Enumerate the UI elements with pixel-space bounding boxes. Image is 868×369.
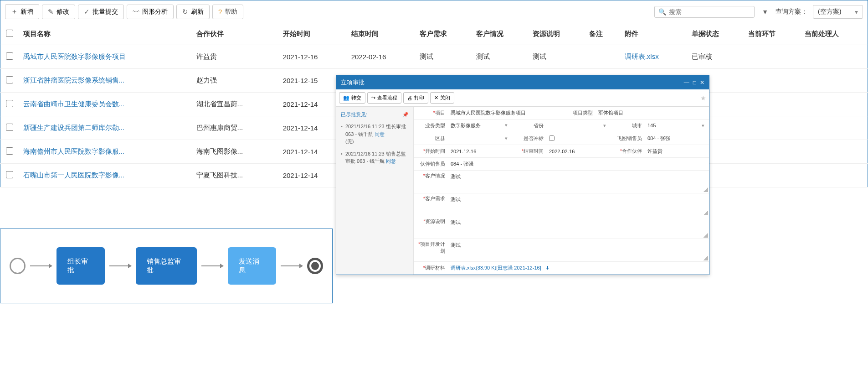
flow-node-message[interactable]: 发送消息 [228,247,276,285]
field-district[interactable] [448,134,512,143]
cell-handler [800,140,868,164]
minimize-icon[interactable]: — [684,79,689,86]
flow-start-node [10,258,26,274]
cell-partner: 湖北省宜昌蔚... [192,93,278,116]
x-icon: ✕ [434,95,438,101]
help-button[interactable]: ?帮助 [212,5,243,19]
cell-handler [800,116,868,140]
flow-arrow [281,265,303,266]
field-partner[interactable]: 许益贵 [645,146,709,156]
field-province[interactable] [546,121,611,130]
col-start: 开始时间 [278,23,347,45]
batch-submit-button[interactable]: ✓批量提交 [78,5,124,19]
field-city[interactable]: 145 [645,121,709,130]
attachment-link[interactable]: 调研表.xlsx(33.90 K)[田志强 2021-12-16] [451,265,541,270]
search-box[interactable]: 🔍 [654,6,755,18]
cell-name[interactable]: 浙江省肿瘤医院云影像系统销售... [19,69,192,93]
field-bid-checkbox[interactable] [546,134,611,144]
cell-partner: 宁夏飞图科技... [192,164,278,187]
pencil-icon: ✎ [48,8,54,16]
cell-name[interactable]: 新疆生产建设兵团第二师库尔勒... [19,116,192,140]
check-icon: ✓ [84,8,90,16]
pin-icon[interactable]: 📌 [402,112,409,118]
field-project-type[interactable]: 军体馆项目 [596,108,709,118]
scheme-select[interactable]: (空方案)▾ [813,5,863,19]
people-icon: 👥 [343,95,349,101]
transfer-button[interactable]: 👥转交 [339,92,365,104]
row-checkbox[interactable] [6,100,13,107]
chart-icon: 〰 [133,8,139,16]
field-customer-need[interactable]: 测试 [448,193,709,216]
row-checkbox[interactable] [6,124,13,131]
cell-step [744,93,800,116]
search-input[interactable] [669,8,750,16]
chart-analysis-button[interactable]: 〰图形分析 [127,5,174,19]
view-flow-button[interactable]: ↪查看流程 [367,92,401,104]
cell-res: 测试 [528,45,585,69]
edit-button[interactable]: ✎修改 [42,5,75,19]
field-business-type[interactable]: 数字影像服务 [448,120,512,131]
workflow-panel: 组长审批 销售总监审批 发送消息 [0,229,333,303]
row-checkbox[interactable] [6,52,13,60]
flow-node-director[interactable]: 销售总监审批 [136,247,197,285]
table-row[interactable]: 禹城市人民医院数字影像服务项目 许益贵 2021-12-16 2022-02-1… [0,45,868,69]
row-checkbox[interactable] [6,171,13,178]
cell-step [744,140,800,164]
dialog-title: 立项审批 [341,78,680,87]
download-icon[interactable]: ⬇ [545,265,550,270]
cell-name[interactable]: 禹城市人民医院数字影像服务项目 [19,45,192,69]
history-item: 2021/12/16 11:23 组长审批 063 - 钱千航 同意(无) [345,123,411,146]
field-end-date[interactable]: 2022-02-16 [546,147,611,156]
col-partner: 合作伙伴 [192,23,278,45]
cell-handler [800,164,868,187]
add-button[interactable]: ＋新增 [5,4,39,19]
approval-history-panel: 已尽批意见: 📌 2021/12/16 11:23 组长审批 063 - 钱千航… [336,107,414,275]
col-need: 客户需求 [415,23,472,45]
field-sales[interactable]: 084 - 张强 [645,133,709,144]
cell-name[interactable]: 云南省曲靖市卫生健康委员会数... [19,93,192,116]
flow-arrow [201,265,223,266]
flow-arrow [30,265,52,266]
refresh-icon: ↻ [182,8,188,16]
flow-arrow [109,265,131,266]
print-button[interactable]: 🖨打印 [403,92,428,104]
cell-handler [800,93,868,116]
cell-status: 已审核 [687,45,744,69]
field-attachment: 调研表.xlsx(33.90 K)[田志强 2021-12-16] ⬇ [448,263,709,273]
table-header-row: 项目名称 合作伙伴 开始时间 结束时间 客户需求 客户情况 资源说明 备注 附件… [0,23,868,45]
field-project[interactable]: 禹城市人民医院数字影像服务项目 [448,108,561,118]
cell-remark [585,45,620,69]
cell-handler [800,45,868,69]
dialog-titlebar[interactable]: 立项审批 — □ ✕ [336,76,709,89]
select-all-checkbox[interactable] [6,30,13,37]
col-att: 附件 [620,23,687,45]
row-checkbox[interactable] [6,76,13,83]
filter-icon[interactable]: ▼ [762,8,768,16]
refresh-button[interactable]: ↻刷新 [176,5,210,19]
favorite-icon[interactable]: ★ [700,94,706,102]
cell-end: 2022-02-16 [347,45,415,69]
col-res: 资源说明 [528,23,585,45]
field-partner-sales[interactable]: 084 - 张强 [448,159,709,169]
field-start-date[interactable]: 2021-12-16 [448,147,512,156]
cell-attachment[interactable]: 调研表.xlsx [620,45,687,69]
row-checkbox[interactable] [6,147,13,155]
cell-cust: 测试 [472,45,528,69]
field-resource-desc[interactable]: 测试 [448,216,709,239]
cell-partner: 赵力强 [192,69,278,93]
close-button[interactable]: ✕关闭 [430,92,454,104]
close-icon[interactable]: ✕ [700,79,704,86]
cell-partner: 许益贵 [192,45,278,69]
approval-dialog: 立项审批 — □ ✕ 👥转交 ↪查看流程 🖨打印 ✕关闭 ★ 已尽批意见: 📌 … [336,75,709,275]
chevron-down-icon: ▾ [855,8,858,16]
cell-name[interactable]: 石嘴山市第一人民医院数字影像... [19,164,192,187]
field-customer-situation[interactable]: 测试 [448,171,709,193]
flow-node-leader[interactable]: 组长审批 [56,247,105,285]
maximize-icon[interactable]: □ [693,79,696,86]
field-dev-plan[interactable]: 测试 [448,239,709,261]
dialog-toolbar: 👥转交 ↪查看流程 🖨打印 ✕关闭 ★ [336,89,709,107]
flow-end-node [307,258,323,274]
print-icon: 🖨 [407,95,412,101]
cell-name[interactable]: 海南儋州市人民医院数字影像服... [19,140,192,164]
col-cust: 客户情况 [472,23,528,45]
